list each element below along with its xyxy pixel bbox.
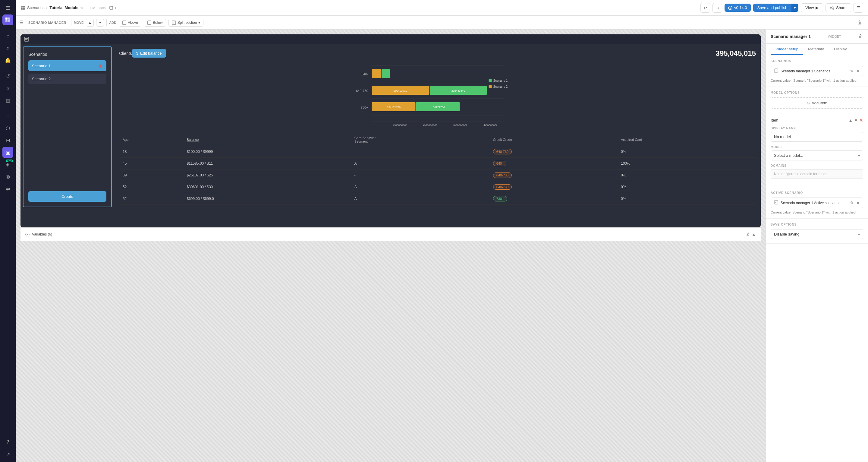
- redo-button[interactable]: ↪: [712, 3, 722, 13]
- page-indicator: 1: [109, 6, 116, 10]
- svg-rect-2: [5, 20, 7, 22]
- star-favorite-icon[interactable]: ☆: [80, 5, 84, 10]
- edit-balance-button[interactable]: $ Edit balance: [132, 49, 166, 58]
- create-scenario-button[interactable]: Create: [28, 191, 106, 202]
- file-menu[interactable]: File: [90, 6, 95, 10]
- history-icon[interactable]: ↺: [2, 70, 13, 81]
- cube-icon[interactable]: ⬡: [2, 123, 13, 134]
- panel-delete-icon[interactable]: 🗑: [858, 34, 863, 39]
- svg-rect-46: [489, 85, 492, 88]
- bar-chart: 640- 640-730 730+ 202493739 2024: [119, 62, 756, 129]
- cell-card: 0%: [617, 170, 756, 181]
- chart-icon[interactable]: ≡: [2, 111, 13, 121]
- item-move-up-icon[interactable]: ▲: [848, 118, 852, 123]
- model-select[interactable]: Select a model...: [771, 150, 863, 161]
- left-sidebar: ☰ ⌂ ⌕ 🔔 ↺ ☆ ▤ ≡ ⬡ ⊞ ▣ ◈ NEW ◎ ⇄ ? ↗: [0, 0, 16, 462]
- share-button[interactable]: Share: [826, 3, 851, 12]
- tab-metadata[interactable]: Metadata: [803, 44, 829, 55]
- view-button[interactable]: View ▶: [801, 3, 823, 12]
- widget-body: Scenarios Scenario 1 ··· 🗑 Scenario 2: [21, 44, 761, 210]
- active-scenario-close-icon[interactable]: ✕: [856, 201, 860, 205]
- col-grade: Credit Grade: [490, 134, 617, 146]
- collapse-toolbar-icon[interactable]: ☰: [19, 20, 24, 25]
- domains-label: DOMAINS: [771, 164, 863, 167]
- save-options-section: SAVE OPTIONS Disable saving ▾: [766, 219, 868, 244]
- add-above-button[interactable]: Above: [119, 19, 141, 27]
- content-area: Scenarios Scenario 1 ··· 🗑 Scenario 2: [16, 30, 868, 462]
- bell-icon[interactable]: 🔔: [2, 55, 13, 65]
- help-menu[interactable]: Help: [99, 6, 106, 10]
- item-move-down-icon[interactable]: ▼: [854, 118, 858, 123]
- tab-widget-setup[interactable]: Widget setup: [771, 44, 803, 55]
- move-down-button[interactable]: ▼: [96, 19, 104, 27]
- svg-line-13: [832, 7, 833, 7]
- collapse-bottom-icon[interactable]: ▲: [752, 232, 756, 237]
- scenario-1-actions: ··· 🗑: [93, 63, 103, 68]
- folder-icon[interactable]: ▤: [2, 95, 13, 106]
- cell-balance: $699.00 / $699.0: [183, 193, 351, 205]
- scenario-1-delete-icon[interactable]: 🗑: [98, 63, 103, 68]
- delete-section-button[interactable]: 🗑: [855, 18, 864, 27]
- add-item-button[interactable]: ⊕ Add Item: [771, 97, 863, 109]
- right-panel-header: Scenario manager 1 WIDGET 🗑: [766, 30, 868, 44]
- cell-balance: $30601.00 / $30: [183, 181, 351, 193]
- svg-point-10: [833, 6, 834, 7]
- table-row: 45 $11585.00 / $11 A 640- 100%: [119, 158, 756, 170]
- grid-icon[interactable]: ⊞: [2, 135, 13, 146]
- cell-age: 52: [119, 193, 183, 205]
- table-row: 39 $25137.00 / $25 - 640-730 0%: [119, 170, 756, 181]
- menu-icon[interactable]: ☰: [2, 2, 13, 13]
- item-delete-icon[interactable]: ✕: [859, 117, 863, 123]
- question-icon[interactable]: ?: [2, 437, 13, 447]
- save-publish-button[interactable]: Save and publish: [753, 4, 792, 12]
- svg-rect-4: [21, 6, 23, 7]
- scenarios-panel: Scenarios Scenario 1 ··· 🗑 Scenario 2: [23, 47, 112, 207]
- clients-label: Clients: [119, 51, 132, 56]
- undo-button[interactable]: ↩: [701, 3, 710, 13]
- scenario-ref-edit-icon[interactable]: ✎: [850, 69, 854, 74]
- canvas-area: Scenarios Scenario 1 ··· 🗑 Scenario 2: [16, 30, 766, 462]
- star-icon[interactable]: ☆: [2, 83, 13, 93]
- external-icon[interactable]: ↗: [2, 449, 13, 460]
- scenario-item-2[interactable]: Scenario 2: [28, 74, 106, 84]
- variables-label[interactable]: Variables (6): [32, 232, 52, 236]
- svg-text:100000000: 100000000: [393, 123, 407, 126]
- shuffle-icon[interactable]: ⇄: [2, 183, 13, 194]
- chart-table-area: Clients $ Edit balance 395,045,015: [114, 44, 761, 210]
- svg-rect-0: [5, 18, 7, 20]
- tab-display[interactable]: Display: [829, 44, 852, 55]
- cell-age: 52: [119, 181, 183, 193]
- filter-icon[interactable]: ⊻: [746, 232, 749, 237]
- cell-balance: $25137.00 / $25: [183, 170, 351, 181]
- search-icon[interactable]: ⌕: [2, 42, 13, 53]
- item-actions: ▲ ▼ ✕: [848, 117, 863, 123]
- item-header: Item ▲ ▼ ✕: [771, 117, 863, 123]
- add-below-button[interactable]: Below: [144, 19, 166, 27]
- circle-icon[interactable]: ◎: [2, 171, 13, 182]
- split-section-button[interactable]: Split section ▾: [168, 19, 204, 27]
- new-icon[interactable]: ◈ NEW: [2, 159, 13, 170]
- scenarios-panel-title: Scenarios: [28, 52, 106, 57]
- cell-balance: $11585.00 / $11: [183, 158, 351, 170]
- app-logo[interactable]: [2, 15, 13, 25]
- variable-icon: {x}: [25, 232, 30, 236]
- move-label: MOVE: [74, 21, 84, 24]
- chart-total: 395,045,015: [716, 49, 756, 58]
- cell-grade: 640-730: [490, 146, 617, 158]
- save-options-select[interactable]: Disable saving: [771, 229, 863, 239]
- display-name-input[interactable]: [771, 132, 863, 142]
- scenario-ref-close-icon[interactable]: ✕: [856, 69, 860, 74]
- home-icon[interactable]: ⌂: [2, 30, 13, 41]
- active-scenario-edit-icon[interactable]: ✎: [850, 201, 854, 205]
- cell-card: 0%: [617, 181, 756, 193]
- save-publish-dropdown[interactable]: ▾: [792, 4, 798, 12]
- col-age: Age: [119, 134, 183, 146]
- scenario-1-more-icon[interactable]: ···: [93, 63, 97, 68]
- scenario-item-1[interactable]: Scenario 1 ··· 🗑: [28, 60, 106, 71]
- screen-icon[interactable]: ▣: [2, 147, 13, 158]
- scenario-1-label: Scenario 1: [32, 64, 91, 68]
- col-balance: Balance: [183, 134, 351, 146]
- item-section: Item ▲ ▼ ✕ DISPLAY NAME MODEL Select a m…: [766, 113, 868, 187]
- move-up-button[interactable]: ▲: [86, 19, 94, 27]
- sidebar-toggle-button[interactable]: ☰: [854, 3, 863, 13]
